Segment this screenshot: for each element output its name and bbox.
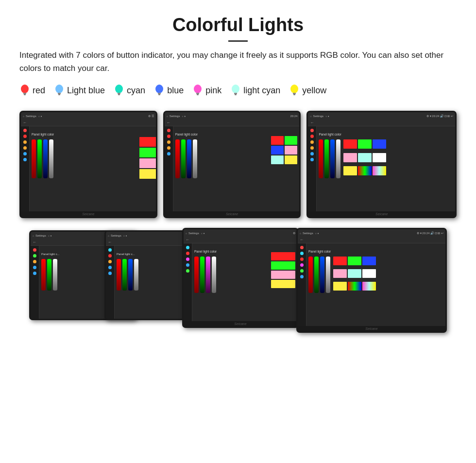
screenb2-icons: ☼ ♦: [123, 234, 127, 237]
screen2-time: 20:24: [290, 115, 297, 118]
screen1-body: Panel light color: [21, 126, 156, 211]
swb4-2: [348, 257, 361, 265]
screenb2-d4: [108, 266, 112, 269]
screenb3-d3: [186, 257, 189, 261]
screenb4-left: ⌂ Settings ☼ ♦: [300, 232, 319, 235]
screen3-dot-1: [310, 129, 314, 132]
sw3-6: [373, 153, 386, 162]
screen1-slider-red: [32, 139, 36, 178]
screen3-panel-title: Panel light color: [319, 133, 341, 136]
sw3-7: [343, 166, 357, 175]
screenb3-body: Panel light color: [184, 243, 297, 321]
color-item-cyan: cyan: [114, 84, 145, 97]
screenb4-right: ⚙ ▾ 20:24 🔊 ⊡ ⊞ ↩: [417, 231, 443, 235]
description-text: Integrated with 7 colors of button indic…: [19, 49, 457, 75]
screen1-menu-icons: ☼ ♦: [38, 115, 42, 118]
screenb4-settings: Settings: [303, 232, 313, 235]
sw3-3: [373, 139, 386, 149]
svg-rect-4: [58, 93, 61, 94]
svg-rect-1: [23, 93, 26, 94]
screen1-main: Panel light color: [30, 126, 156, 211]
screen3-topbar-left: ⌂ Settings ☼ ♦: [310, 115, 329, 118]
screen2-dot-2: [167, 135, 170, 138]
screen2-dot-3: [167, 140, 170, 144]
screenb2-s4: [134, 259, 138, 291]
screenb3-d5: [186, 269, 189, 273]
swatch-y1: [139, 169, 157, 179]
screenb1-d5: [33, 272, 36, 275]
swb4-4: [333, 269, 347, 278]
svg-point-9: [155, 85, 163, 93]
screenb1-sidebar: [31, 246, 39, 319]
sw3-4: [343, 153, 357, 162]
screen-2: ⌂ Settings ☼ ♦ 20:24 ←: [163, 111, 301, 218]
screen-b4: ⌂ Settings ☼ ♦ ⚙ ▾ 20:24 🔊 ⊡ ⊞ ↩ ←: [296, 228, 447, 333]
screen3-slider-red: [319, 139, 323, 178]
screenb4-d1: [300, 246, 304, 249]
svg-rect-14: [197, 94, 199, 95]
color-item-lightblue: Light blue: [54, 84, 105, 97]
screen2-sidebar: [165, 126, 173, 211]
screenb4-sliders: [308, 257, 330, 293]
color-label-pink: pink: [205, 86, 221, 96]
screenb3-d2: [186, 252, 189, 255]
svg-point-12: [194, 85, 202, 93]
swatch2-r: [271, 136, 284, 145]
swb4-5: [348, 269, 361, 278]
bulb-lightcyan-icon: [230, 84, 241, 97]
screenb1-d3: [33, 260, 36, 263]
sw3-8: [358, 166, 372, 175]
sw3-5: [358, 153, 372, 162]
screenb4-icons: ☼ ♦: [315, 232, 319, 235]
screenb2-left: ⌂ Settings ☼ ♦: [108, 234, 127, 237]
svg-rect-2: [24, 94, 26, 95]
screenb2-d1: [108, 248, 112, 252]
screen1-slider-blue: [43, 139, 48, 178]
screenb4-d2: [300, 252, 304, 255]
screenb3-status: ⚙: [293, 231, 295, 235]
screen2-slider-blue: [187, 139, 191, 178]
color-label-blue: blue: [167, 86, 184, 96]
screenb4-s2: [314, 257, 319, 293]
svg-rect-13: [196, 93, 199, 94]
screen2-topbar-right: 20:24: [290, 115, 297, 118]
screenb4-back: ←: [300, 238, 304, 242]
screen-1: ⌂ Settings ☼ ♦ ⚙ ☰ ←: [19, 111, 157, 218]
screen1-dot-5: [23, 152, 27, 155]
svg-rect-17: [235, 94, 237, 95]
swb4-6: [362, 269, 376, 278]
screenb3-back: ←: [186, 238, 189, 242]
screenb3-sidebar: [184, 243, 192, 321]
svg-point-0: [21, 85, 29, 93]
screen2-dot-5: [167, 152, 170, 155]
screenb3-panel: Panel light color: [194, 250, 217, 253]
screen1-back-icon: ←: [23, 120, 27, 125]
screenb3-icons: ☼ ♦: [201, 232, 205, 235]
screen3-sliders: [319, 139, 340, 178]
color-list: red Light blue cyan: [19, 84, 457, 97]
svg-point-6: [115, 85, 123, 93]
screen2-slider-green: [181, 139, 186, 178]
screen3-dot-2: [310, 135, 314, 138]
color-label-lightblue: Light blue: [67, 86, 105, 96]
screen2-topbar: ⌂ Settings ☼ ♦ 20:24: [165, 112, 300, 120]
screenb3-left: ⌂ Settings ☼ ♦: [186, 232, 204, 235]
svg-point-3: [55, 85, 63, 93]
swatch-g1: [139, 148, 157, 157]
swb4-7: [333, 282, 347, 291]
screen1-status-icons: ⚙ ☰: [148, 114, 154, 118]
screenb4-swatches: [333, 257, 376, 293]
screen1-dot-4: [23, 146, 27, 150]
svg-rect-11: [158, 94, 160, 95]
bulb-pink-icon: [192, 84, 203, 97]
screen1-watermark: Seicane: [21, 211, 156, 217]
screen2-panel-title: Panel light color: [175, 133, 198, 136]
svg-point-18: [290, 85, 298, 93]
screenb4-header: ←: [298, 237, 445, 243]
screenb4-watermark: Seicane: [298, 326, 445, 331]
svg-rect-7: [118, 93, 120, 94]
screen2-dot-1: [167, 129, 170, 132]
screen1-swatches: [139, 137, 153, 179]
screen2-watermark: Seicane: [165, 211, 300, 217]
screen3-status: ⚙ ▾ 20:24 🔊 ⊡ ⊞ ↩: [426, 114, 453, 118]
